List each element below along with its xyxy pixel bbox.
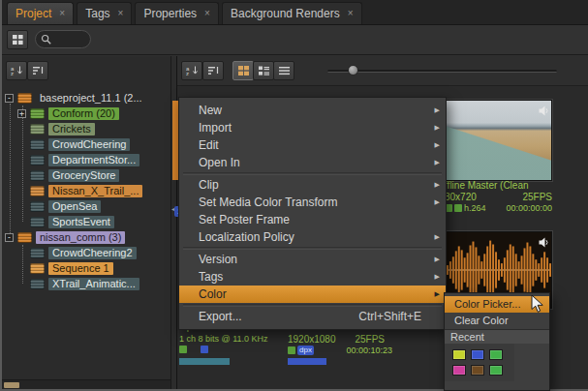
search-box[interactable] bbox=[35, 30, 91, 48]
tree-item-sportsevent[interactable]: SportsEvent bbox=[2, 214, 170, 229]
clip-icon bbox=[30, 155, 45, 165]
menu-item-set-media-color-transform[interactable]: Set Media Color Transform ▶ bbox=[179, 194, 446, 211]
submenu-arrow-icon: ▶ bbox=[431, 159, 440, 166]
tab-background-renders[interactable]: Background Renders × bbox=[222, 2, 362, 24]
submenu-arrow-icon: ▶ bbox=[431, 233, 440, 241]
list-view-icon bbox=[278, 65, 291, 76]
tree-item-label: SportsEvent bbox=[48, 216, 114, 228]
video-track-icon bbox=[454, 204, 462, 212]
menu-item-version[interactable]: Version ▶ bbox=[179, 251, 446, 268]
tree-item-xtrail-animatic[interactable]: XTrail_Animatic... bbox=[2, 276, 170, 291]
menu-item-localization-policy[interactable]: Localization Policy ▶ bbox=[179, 228, 446, 246]
timecode: 00:00:10:23 bbox=[346, 346, 392, 355]
sort-bars-icon bbox=[207, 65, 220, 76]
menu-item-color[interactable]: Color ▶ bbox=[179, 286, 446, 303]
tab-close-icon[interactable]: × bbox=[59, 9, 65, 18]
menu-item-clip[interactable]: Clip ▶ bbox=[179, 176, 446, 194]
tree-item-crowdcheering2[interactable]: CrowdCheering2 bbox=[2, 245, 170, 260]
tab-properties[interactable]: Properties × bbox=[135, 2, 219, 24]
clip-icon bbox=[30, 170, 45, 181]
color-swatch-2[interactable] bbox=[471, 349, 484, 360]
tree-item-conform-20[interactable]: + Conform (20) bbox=[2, 105, 170, 121]
tree-item-label: DepartmentStor... bbox=[48, 154, 139, 166]
codec-label: h.264 bbox=[464, 203, 486, 213]
menu-item-export[interactable]: Export... Ctrl+Shift+E bbox=[179, 308, 446, 325]
tree-item-sequence-1[interactable]: Sequence 1 bbox=[2, 260, 170, 276]
search-input[interactable] bbox=[52, 33, 85, 45]
scrollbar-thumb[interactable] bbox=[4, 382, 19, 388]
clip-color-strip bbox=[288, 358, 326, 365]
menu-item-label: Clip bbox=[199, 178, 421, 192]
tab-label: Properties bbox=[143, 7, 197, 20]
tree-item-label: Nissan_X_Trail_... bbox=[48, 185, 142, 197]
tab-label: Project bbox=[15, 7, 51, 20]
tree-item-label: XTrail_Animatic... bbox=[48, 278, 139, 290]
menu-item-tags[interactable]: Tags ▶ bbox=[179, 268, 446, 286]
timecode: 00:00:00:00 bbox=[506, 203, 552, 213]
online-status-icon bbox=[179, 346, 187, 353]
thumbnail-size-slider-handle[interactable] bbox=[348, 65, 358, 75]
view-list-thumbnails-button[interactable] bbox=[253, 61, 274, 80]
tab-close-icon[interactable]: × bbox=[118, 9, 124, 18]
menu-item-edit[interactable]: Edit ▶ bbox=[179, 136, 446, 154]
tree-expander-icon[interactable]: - bbox=[5, 94, 14, 103]
tree-item-grocerystore[interactable]: GroceryStore bbox=[2, 167, 170, 183]
sort-alphabetical-button[interactable]: az bbox=[6, 61, 27, 80]
tree-item-label: Conform (20) bbox=[48, 107, 119, 120]
layout-grid-button[interactable] bbox=[7, 30, 28, 49]
menu-item-set-poster-frame[interactable]: Set Poster Frame bbox=[179, 211, 446, 228]
color-swatch-5[interactable] bbox=[471, 365, 484, 376]
media-browser-toolbar: az bbox=[177, 56, 588, 86]
svg-text:z: z bbox=[186, 71, 189, 76]
tree-item-nissan-comm-3[interactable]: - nissan_comm (3) bbox=[2, 229, 170, 245]
recent-colors-grid bbox=[445, 344, 514, 381]
tree-horizontal-scrollbar[interactable] bbox=[2, 379, 170, 389]
video-thumbnail-offline-master[interactable] bbox=[445, 100, 552, 181]
tree-item-crickets[interactable]: Crickets bbox=[2, 121, 170, 136]
tree-item-crowdcheering[interactable]: CrowdCheering bbox=[2, 136, 170, 152]
clip-color-strip bbox=[179, 358, 230, 365]
tab-project[interactable]: Project × bbox=[7, 2, 74, 24]
tab-label: Background Renders bbox=[231, 7, 340, 20]
menu-item-open-in[interactable]: Open In ▶ bbox=[179, 154, 446, 171]
view-thumbnails-button[interactable] bbox=[232, 61, 254, 80]
menu-item-label: Edit bbox=[199, 138, 421, 152]
tree-item-baseproject-11-1-2[interactable]: - baseproject_11.1 (2... bbox=[2, 90, 170, 105]
tree-item-nissan-x-trail[interactable]: Nissan_X_Trail_... bbox=[2, 183, 170, 198]
list-thumbnails-view-icon bbox=[258, 65, 270, 76]
tree-item-opensea[interactable]: OpenSea bbox=[2, 198, 170, 214]
tab-tags[interactable]: Tags × bbox=[77, 2, 132, 24]
menu-item-shortcut: Ctrl+Shift+E bbox=[358, 310, 421, 323]
submenu-arrow-icon: ▶ bbox=[431, 141, 440, 149]
application-window: Project × Tags × Properties × Background… bbox=[0, 0, 588, 391]
menu-item-label: Color bbox=[199, 287, 421, 301]
color-swatch-4[interactable] bbox=[452, 365, 466, 376]
menu-item-label: Tags bbox=[199, 270, 421, 284]
tree-item-departmentstor[interactable]: DepartmentStor... bbox=[2, 152, 170, 167]
menu-item-new[interactable]: New ▶ bbox=[179, 102, 446, 119]
submenu-item-clear-color[interactable]: Clear Color bbox=[445, 313, 549, 329]
format-badges: h.264 bbox=[445, 203, 486, 213]
submenu-arrow-icon: ▶ bbox=[431, 290, 440, 298]
color-swatch-3[interactable] bbox=[489, 349, 503, 360]
context-menu: New ▶ Import ▶ Edit ▶ Open In ▶ Clip ▶ S… bbox=[178, 97, 447, 330]
media-sort-alphabetical-button[interactable]: az bbox=[181, 61, 202, 80]
clip-icon bbox=[17, 232, 32, 243]
tab-close-icon[interactable]: × bbox=[204, 9, 210, 18]
clip-name: ffline Master (Clean bbox=[445, 180, 552, 191]
tree-item-label: baseproject_11.1 (2... bbox=[36, 92, 146, 105]
view-list-button[interactable] bbox=[273, 61, 294, 80]
media-sort-order-button[interactable] bbox=[202, 61, 224, 80]
thumbnail-size-slider-track[interactable] bbox=[327, 70, 557, 73]
tab-close-icon[interactable]: × bbox=[348, 9, 354, 18]
menu-separator bbox=[183, 172, 442, 175]
color-swatch-6[interactable] bbox=[489, 365, 503, 376]
tree-expander-icon[interactable]: - bbox=[5, 233, 14, 242]
sort-order-button[interactable] bbox=[27, 61, 48, 80]
tree-item-label: Crickets bbox=[48, 123, 95, 135]
tree-expander-icon[interactable]: + bbox=[17, 109, 26, 118]
clip-icon bbox=[30, 279, 45, 289]
color-swatch-1[interactable] bbox=[452, 349, 466, 360]
menu-item-import[interactable]: Import ▶ bbox=[179, 119, 446, 136]
grid-icon bbox=[12, 34, 24, 45]
